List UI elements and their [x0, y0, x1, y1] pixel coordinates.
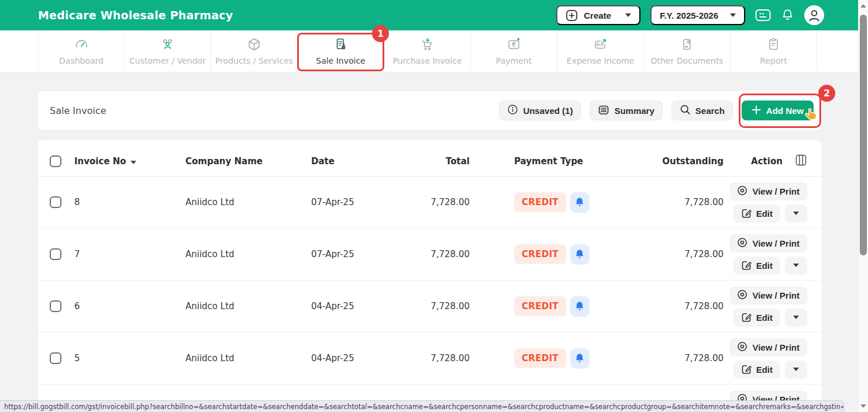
cell-total: 7,728.00: [414, 301, 470, 311]
view-print-button[interactable]: View / Print: [729, 338, 807, 356]
row-more-actions-button[interactable]: [785, 205, 807, 223]
annotation-step-2: 2: [818, 85, 835, 102]
notification-bell-icon[interactable]: [781, 8, 794, 22]
edit-button[interactable]: Edit: [733, 309, 780, 327]
row-checkbox[interactable]: [50, 248, 61, 260]
plus-icon: [752, 105, 761, 116]
edit-pencil-icon: [741, 207, 752, 220]
tab-sale-invoice[interactable]: Sale Invoice: [298, 30, 384, 72]
top-bar: Medicare Wholesale Pharmacy Create F.Y. …: [0, 0, 858, 30]
view-print-button[interactable]: View / Print: [729, 286, 807, 304]
payment-reminder-bell-icon[interactable]: [570, 192, 590, 213]
box-icon: [246, 37, 262, 54]
cell-invoice-no: 6: [74, 301, 185, 311]
column-action: Action: [751, 156, 783, 167]
app-window: Medicare Wholesale Pharmacy Create F.Y. …: [0, 0, 868, 412]
tab-dashboard[interactable]: Dashboard: [38, 30, 125, 72]
search-button[interactable]: Search: [671, 101, 733, 120]
row-checkbox[interactable]: [50, 196, 61, 208]
scrollbar-thumb[interactable]: [860, 15, 867, 255]
tab-payment[interactable]: Payment: [471, 30, 557, 72]
document-clock-icon: [679, 37, 695, 54]
fiscal-year-label: F.Y. 2025-2026: [660, 11, 718, 20]
summary-label: Summary: [614, 106, 654, 116]
payment-reminder-bell-icon[interactable]: [570, 244, 590, 265]
column-date: Date: [311, 156, 414, 167]
column-total: Total: [414, 156, 470, 167]
unsaved-label: Unsaved (1): [523, 106, 573, 116]
annotation-step-1: 1: [372, 25, 389, 42]
table-row: 8 Aniidco Ltd 07-Apr-25 7,728.00 CREDIT …: [38, 176, 822, 228]
summary-button[interactable]: Summary: [590, 101, 662, 120]
expense-icon: [593, 37, 608, 54]
tab-other-documents[interactable]: Other Documents: [644, 30, 731, 72]
cell-total: 7,728.00: [414, 353, 470, 363]
view-icon: [737, 237, 748, 250]
payment-type-badge: CREDIT: [514, 296, 566, 316]
payment-reminder-bell-icon[interactable]: [570, 348, 590, 369]
cell-invoice-no: 7: [74, 249, 185, 259]
sort-desc-icon: [130, 161, 136, 164]
cell-invoice-no: 8: [74, 197, 185, 207]
invoice-icon: [333, 37, 349, 54]
page-title: Sale Invoice: [50, 105, 106, 116]
fiscal-year-selector[interactable]: F.Y. 2025-2026: [650, 5, 745, 25]
unsaved-button[interactable]: Unsaved (1): [499, 101, 581, 120]
cell-company-name: Aniidco Ltd: [185, 249, 311, 259]
select-all-checkbox[interactable]: [50, 155, 61, 167]
tab-label: Customer / Vendor: [127, 57, 208, 66]
shortcut-keyboard-icon[interactable]: [755, 9, 771, 22]
chevron-down-icon: [625, 13, 631, 17]
column-payment-type: Payment Type: [470, 156, 627, 167]
tab-label: Products / Services: [213, 57, 295, 66]
payment-type-badge: CREDIT: [514, 348, 566, 368]
edit-pencil-icon: [741, 311, 752, 324]
clipboard-icon: [766, 37, 781, 54]
tab-label: Purchase Invoice: [390, 57, 464, 66]
row-checkbox[interactable]: [50, 352, 61, 364]
row-checkbox[interactable]: [50, 300, 61, 312]
chevron-down-icon: [730, 13, 736, 17]
invoice-table: Invoice No Company Name Date Total Payme…: [38, 140, 822, 412]
tab-label: Dashboard: [57, 57, 106, 66]
payment-reminder-bell-icon[interactable]: [570, 296, 590, 317]
column-company-name: Company Name: [185, 156, 311, 167]
main-nav: Dashboard Customer / Vendor Products / S…: [0, 30, 858, 72]
column-settings-icon[interactable]: [795, 154, 807, 168]
user-avatar[interactable]: [804, 5, 824, 25]
tab-label: Expense Income: [564, 57, 636, 66]
edit-pencil-icon: [741, 259, 752, 272]
speedometer-icon: [74, 37, 89, 54]
tab-products-services[interactable]: Products / Services: [211, 30, 298, 72]
view-print-button[interactable]: View / Print: [729, 234, 807, 252]
toolbar-actions: Unsaved (1) Summary Search Add New: [499, 101, 814, 120]
vertical-scrollbar[interactable]: [858, 0, 868, 412]
summary-list-icon: [598, 104, 609, 117]
create-button[interactable]: Create: [556, 5, 640, 25]
cell-outstanding: 7,728.00: [627, 353, 724, 363]
cart-icon: [419, 37, 435, 54]
tab-label: Other Documents: [648, 57, 725, 66]
row-more-actions-button[interactable]: [785, 309, 807, 327]
edit-button[interactable]: Edit: [733, 361, 780, 379]
scroll-up-icon[interactable]: [860, 4, 866, 8]
row-more-actions-button[interactable]: [785, 361, 807, 379]
add-new-button[interactable]: Add New: [742, 101, 814, 120]
search-label: Search: [695, 106, 725, 116]
column-invoice-no[interactable]: Invoice No: [74, 156, 185, 167]
create-label: Create: [584, 11, 611, 20]
table-row: 6 Aniidco Ltd 04-Apr-25 7,728.00 CREDIT …: [38, 281, 822, 333]
scroll-down-icon[interactable]: [860, 404, 866, 408]
page-toolbar: Sale Invoice Unsaved (1) Summary Search …: [38, 91, 822, 130]
edit-button[interactable]: Edit: [733, 257, 780, 275]
cell-date: 07-Apr-25: [311, 197, 414, 207]
tab-report[interactable]: Report: [731, 30, 817, 72]
cell-company-name: Aniidco Ltd: [185, 197, 311, 207]
tab-expense-income[interactable]: Expense Income: [557, 30, 644, 72]
tab-purchase-invoice[interactable]: Purchase Invoice: [384, 30, 471, 72]
row-more-actions-button[interactable]: [785, 257, 807, 275]
tab-customer-vendor[interactable]: Customer / Vendor: [125, 30, 211, 72]
edit-button[interactable]: Edit: [733, 205, 780, 223]
cell-invoice-no: 5: [74, 353, 185, 363]
view-print-button[interactable]: View / Print: [729, 182, 807, 200]
